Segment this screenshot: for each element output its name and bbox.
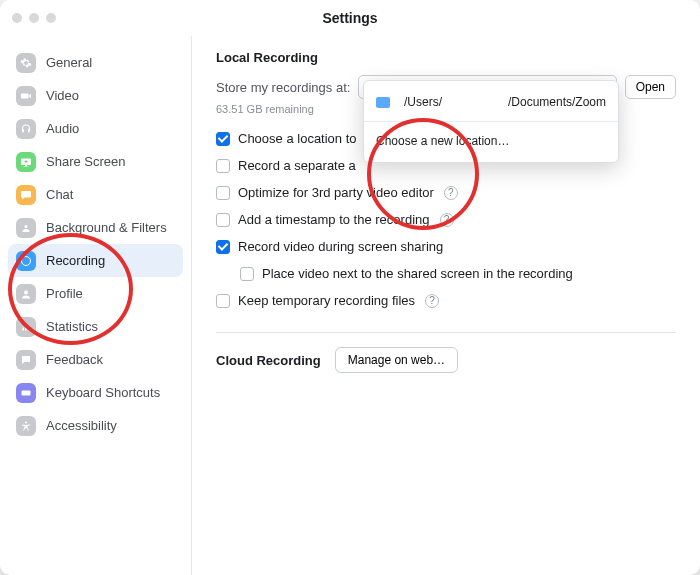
checkbox-icon <box>216 294 230 308</box>
sidebar-item-label: Feedback <box>46 352 103 367</box>
share-screen-icon <box>16 152 36 172</box>
dropdown-current-path[interactable]: /Users/ /Documents/Zoom <box>364 87 618 117</box>
sidebar-item-general[interactable]: General <box>8 46 183 79</box>
checkbox-label: Record video during screen sharing <box>238 239 443 254</box>
sidebar-item-profile[interactable]: Profile <box>8 277 183 310</box>
sidebar-item-background-filters[interactable]: Background & Filters <box>8 211 183 244</box>
settings-window: Settings General Video Audio <box>0 0 700 575</box>
manage-on-web-button[interactable]: Manage on web… <box>335 347 458 373</box>
checkbox-icon <box>240 267 254 281</box>
sidebar-item-video[interactable]: Video <box>8 79 183 112</box>
checkbox-icon <box>216 240 230 254</box>
dropdown-choose-new-label: Choose a new location… <box>376 134 509 148</box>
sidebar-item-share-screen[interactable]: Share Screen <box>8 145 183 178</box>
titlebar: Settings <box>0 0 700 36</box>
svg-point-2 <box>22 256 31 265</box>
recording-icon <box>16 251 36 271</box>
checkbox-label: Choose a location to <box>238 131 357 146</box>
statistics-icon <box>16 317 36 337</box>
sidebar-item-feedback[interactable]: Feedback <box>8 343 183 376</box>
checkbox-keep-temp[interactable]: Keep temporary recording files ? <box>216 287 676 314</box>
checkbox-icon <box>216 213 230 227</box>
sidebar-item-keyboard-shortcuts[interactable]: Keyboard Shortcuts <box>8 376 183 409</box>
sidebar-item-label: Chat <box>46 187 73 202</box>
feedback-icon <box>16 350 36 370</box>
checkbox-place-next[interactable]: Place video next to the shared screen in… <box>216 260 676 287</box>
store-recordings-label: Store my recordings at: <box>216 80 350 95</box>
checkbox-label: Keep temporary recording files <box>238 293 415 308</box>
sidebar-item-label: Share Screen <box>46 154 126 169</box>
checkbox-add-timestamp[interactable]: Add a timestamp to the recording ? <box>216 206 676 233</box>
checkbox-icon <box>216 132 230 146</box>
svg-rect-4 <box>22 390 31 395</box>
background-filters-icon <box>16 218 36 238</box>
local-recording-heading: Local Recording <box>216 50 676 65</box>
settings-sidebar: General Video Audio Share Screen <box>0 36 192 575</box>
help-icon[interactable]: ? <box>425 294 439 308</box>
sidebar-item-label: Statistics <box>46 319 98 334</box>
sidebar-item-label: Audio <box>46 121 79 136</box>
checkbox-label: Place video next to the shared screen in… <box>262 266 573 281</box>
help-icon[interactable]: ? <box>440 213 454 227</box>
checkbox-icon <box>216 159 230 173</box>
profile-icon <box>16 284 36 304</box>
sidebar-item-label: Background & Filters <box>46 220 167 235</box>
checkbox-label: Record a separate a <box>238 158 356 173</box>
cloud-recording-heading: Cloud Recording <box>216 353 321 368</box>
help-icon[interactable]: ? <box>444 186 458 200</box>
open-button[interactable]: Open <box>625 75 676 99</box>
traffic-lights[interactable] <box>12 0 56 35</box>
checkbox-optimize-3rd-party[interactable]: Optimize for 3rd party video editor ? <box>216 179 676 206</box>
checkbox-icon <box>216 186 230 200</box>
keyboard-icon <box>16 383 36 403</box>
folder-icon <box>376 97 390 108</box>
checkbox-record-during-share[interactable]: Record video during screen sharing <box>216 233 676 260</box>
video-icon <box>16 86 36 106</box>
chat-icon <box>16 185 36 205</box>
sidebar-item-audio[interactable]: Audio <box>8 112 183 145</box>
section-divider <box>216 332 676 333</box>
sidebar-item-chat[interactable]: Chat <box>8 178 183 211</box>
svg-point-3 <box>24 290 28 294</box>
sidebar-item-accessibility[interactable]: Accessibility <box>8 409 183 442</box>
accessibility-icon <box>16 416 36 436</box>
sidebar-item-label: Video <box>46 88 79 103</box>
recordings-path-dropdown: /Users/ /Documents/Zoom Choose a new loc… <box>363 80 619 163</box>
dropdown-choose-new-location[interactable]: Choose a new location… <box>364 126 618 156</box>
sidebar-item-statistics[interactable]: Statistics <box>8 310 183 343</box>
dropdown-separator <box>364 121 618 122</box>
sidebar-item-label: Recording <box>46 253 105 268</box>
window-title: Settings <box>322 10 377 26</box>
svg-point-5 <box>25 421 27 423</box>
checkbox-label: Add a timestamp to the recording <box>238 212 430 227</box>
checkbox-label: Optimize for 3rd party video editor <box>238 185 434 200</box>
sidebar-item-recording[interactable]: Recording <box>8 244 183 277</box>
sidebar-item-label: Keyboard Shortcuts <box>46 385 160 400</box>
sidebar-item-label: Accessibility <box>46 418 117 433</box>
headphones-icon <box>16 119 36 139</box>
gear-icon <box>16 53 36 73</box>
sidebar-item-label: Profile <box>46 286 83 301</box>
sidebar-item-label: General <box>46 55 92 70</box>
svg-point-0 <box>25 225 28 228</box>
